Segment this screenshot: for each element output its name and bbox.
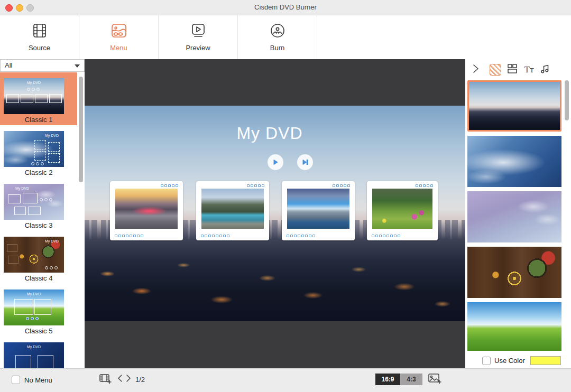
thumb-title: My DVD bbox=[4, 134, 64, 137]
background-option-lavender[interactable] bbox=[467, 191, 561, 242]
chevron-right-icon bbox=[126, 374, 131, 385]
template-item-classic-5[interactable]: My DVD Classic 5 bbox=[0, 284, 77, 337]
background-thumbnail bbox=[469, 82, 560, 130]
chapter-cards-row bbox=[85, 181, 465, 240]
template-item-classic-1[interactable]: My DVD Classic 1 bbox=[0, 72, 77, 125]
chapter-card-4[interactable] bbox=[367, 181, 438, 240]
no-menu-checkbox[interactable] bbox=[12, 376, 20, 384]
tab-menu[interactable]: Menu bbox=[79, 15, 159, 59]
play-button[interactable] bbox=[268, 154, 283, 170]
template-item-classic-3[interactable]: My DVD Classic 3 bbox=[0, 178, 77, 231]
film-strip-icon bbox=[31, 23, 49, 41]
thumb-title: My DVD bbox=[4, 81, 64, 85]
sidebar-scrollbar[interactable] bbox=[79, 77, 83, 182]
aspect-ratio-4-3-button[interactable]: 4:3 bbox=[400, 374, 422, 385]
background-option-city-dusk[interactable] bbox=[467, 80, 561, 132]
background-option-wood[interactable] bbox=[467, 247, 561, 298]
background-thumbnail-list bbox=[465, 80, 571, 353]
chapter-card-3[interactable] bbox=[282, 181, 355, 240]
template-item-classic-4[interactable]: My DVD Classic 4 bbox=[0, 231, 77, 284]
dvd-menu-title[interactable]: My DVD bbox=[85, 124, 455, 143]
disc-icon bbox=[269, 23, 287, 41]
background-thumbnail bbox=[467, 247, 561, 298]
template-thumbnail: My DVD bbox=[4, 184, 64, 220]
background-pattern-icon bbox=[490, 64, 501, 76]
thumb-title: My DVD bbox=[4, 239, 64, 243]
collapse-panel-button[interactable] bbox=[469, 63, 482, 76]
aspect-ratio-16-9-button[interactable]: 16:9 bbox=[375, 374, 400, 385]
frame-tool-button[interactable] bbox=[506, 63, 519, 76]
title-bar: Cisdem DVD Burner bbox=[0, 0, 571, 15]
thumb-title: My DVD bbox=[4, 186, 64, 190]
template-label: Classic 2 bbox=[0, 169, 77, 176]
thumb-title: My DVD bbox=[4, 345, 64, 349]
circle-chain-decoration bbox=[160, 184, 179, 188]
use-color-row: Use Color bbox=[465, 353, 571, 368]
no-menu-label: No Menu bbox=[24, 376, 52, 384]
previous-page-button[interactable] bbox=[116, 374, 124, 385]
background-option-field[interactable] bbox=[467, 302, 561, 351]
color-swatch[interactable] bbox=[530, 356, 561, 365]
circle-chain-decoration bbox=[371, 234, 401, 238]
chapter-card-1[interactable] bbox=[110, 181, 183, 240]
chevron-right-icon bbox=[472, 64, 480, 76]
template-label: Classic 3 bbox=[0, 221, 77, 229]
page-indicator: 1/2 bbox=[135, 376, 145, 384]
add-title-frame-button[interactable] bbox=[98, 373, 112, 387]
chevron-left-icon bbox=[117, 374, 123, 385]
no-menu-option: No Menu bbox=[12, 376, 52, 384]
chapter-thumbnail-train bbox=[201, 189, 264, 229]
circle-chain-decoration bbox=[415, 184, 434, 188]
background-tool-button[interactable] bbox=[489, 63, 502, 76]
image-menu-icon bbox=[110, 23, 128, 41]
main-toolbar: Source Menu Preview bbox=[0, 15, 571, 60]
template-thumbnail: My DVD bbox=[4, 290, 64, 325]
tab-menu-label: Menu bbox=[110, 44, 127, 52]
menu-buttons-row bbox=[100, 154, 465, 170]
bottom-bar: No Menu 1/2 16:9 4:3 bbox=[0, 368, 571, 392]
thumb-title: My DVD bbox=[4, 292, 64, 296]
template-label: Classic 1 bbox=[0, 116, 77, 124]
template-thumbnail: My DVD bbox=[4, 342, 64, 368]
background-panel: Tт Use bbox=[465, 59, 571, 368]
template-thumbnail: My DVD bbox=[4, 237, 64, 273]
template-list: My DVD Classic 1 My DVD bbox=[0, 72, 85, 368]
music-note-icon bbox=[540, 63, 550, 76]
circle-chain-decoration bbox=[332, 184, 351, 188]
template-item-classic-6[interactable]: My DVD Classic 6 bbox=[0, 337, 77, 368]
skip-next-button[interactable] bbox=[297, 154, 313, 170]
chapter-thumbnail-meadow bbox=[372, 189, 432, 229]
background-thumbnail bbox=[467, 191, 561, 242]
text-tool-button[interactable]: Tт bbox=[523, 63, 536, 76]
use-color-checkbox[interactable] bbox=[482, 357, 491, 365]
frame-layout-icon bbox=[506, 63, 518, 77]
tab-burn[interactable]: Burn bbox=[238, 15, 317, 59]
next-page-button[interactable] bbox=[125, 374, 132, 385]
music-tool-button[interactable] bbox=[539, 63, 551, 76]
text-icon: Tт bbox=[524, 65, 534, 74]
template-item-classic-2[interactable]: My DVD Classic 2 bbox=[0, 125, 77, 178]
template-label: Classic 5 bbox=[0, 327, 77, 335]
chevron-down-icon bbox=[75, 64, 80, 68]
chapter-card-2[interactable] bbox=[196, 181, 269, 240]
circle-chain-decoration bbox=[246, 184, 265, 188]
use-color-label: Use Color bbox=[494, 357, 525, 365]
template-sidebar: All My DVD Classic 1 My DVD bbox=[0, 59, 85, 368]
tab-source-label: Source bbox=[29, 44, 50, 52]
panel-toolbar: Tт bbox=[465, 61, 571, 80]
template-filter-dropdown[interactable]: All bbox=[0, 59, 85, 72]
menu-preview-stage: My DVD bbox=[85, 59, 465, 368]
add-background-image-button[interactable] bbox=[427, 373, 442, 387]
background-thumbnail bbox=[467, 136, 561, 187]
app-window: Cisdem DVD Burner Source bbox=[0, 0, 571, 392]
circle-chain-decoration bbox=[200, 234, 230, 238]
tab-source[interactable]: Source bbox=[0, 15, 79, 59]
tab-preview[interactable]: Preview bbox=[159, 15, 238, 59]
template-thumbnail: My DVD bbox=[4, 78, 64, 114]
menu-background-image: My DVD bbox=[85, 106, 465, 321]
tab-preview-label: Preview bbox=[186, 44, 210, 52]
chapter-thumbnail-sunset bbox=[115, 189, 178, 229]
panel-scrollbar[interactable] bbox=[565, 80, 569, 120]
background-thumbnail bbox=[467, 302, 561, 351]
background-option-runner[interactable] bbox=[467, 136, 561, 187]
